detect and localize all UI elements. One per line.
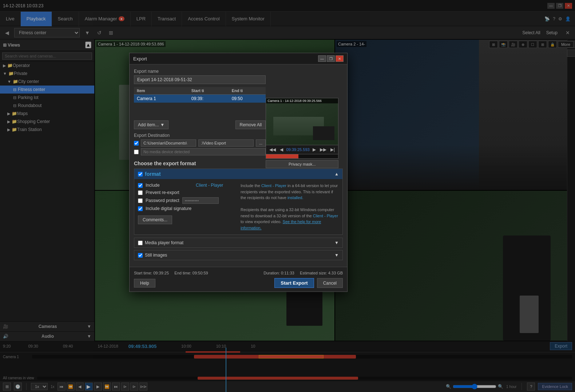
password-input[interactable] (182, 197, 219, 204)
prev-frame-btn[interactable]: ◀ (279, 147, 284, 153)
col-end: End ti (229, 87, 266, 95)
include-checkbox[interactable] (138, 183, 143, 188)
dialog-restore-button[interactable]: ❐ (327, 55, 335, 62)
dialog-minimize-button[interactable]: — (318, 55, 326, 62)
format-description: Include the Client - Player in a 64-bit … (241, 183, 339, 231)
dest-label: Export Destination (134, 133, 266, 138)
still-images-label: Still images (145, 253, 167, 258)
still-images-section: Still images ▼ (134, 250, 343, 260)
est-size-value: 4.33 GB (328, 271, 343, 275)
footer-info: Start time: 09:39:25 End time: 09:50:59 … (134, 271, 343, 275)
table-row[interactable]: Camera 1 09:39: 09:50 (134, 95, 266, 103)
format-body: Include Client - Player Prevent re-expor… (134, 179, 342, 234)
preview-area: Camera 1 - 14-12-2018 09:39:25.566 ◀◀ ◀ … (266, 98, 338, 179)
duration-value: 0:11:33 (281, 271, 294, 275)
still-images-checkbox[interactable] (138, 253, 143, 258)
table-row-empty (134, 103, 266, 118)
format-label: format (145, 171, 161, 177)
footer-buttons: Help Start Export Cancel (134, 278, 343, 288)
include-label: Include (146, 183, 193, 188)
media-player-expand-icon: ▼ (334, 240, 339, 245)
dest-browse-button[interactable]: ... (256, 139, 266, 147)
add-item-button[interactable]: Add item... ▼ (134, 120, 168, 129)
preview-timeline[interactable] (266, 154, 338, 159)
cell-start: 09:39: (189, 95, 229, 103)
dialog-title: Export (133, 56, 147, 62)
include-option: Include Client - Player (138, 183, 236, 188)
play-preview-btn[interactable]: ▶ (312, 147, 317, 153)
privacy-mask-button[interactable]: Privacy mask... (266, 160, 338, 168)
dest-media-input[interactable] (141, 148, 266, 155)
col-item: Item (134, 87, 189, 95)
prevent-reexport-label: Prevent re-export (146, 190, 179, 195)
preview-video-box: Camera 1 - 14-12-2018 09:39:25.566 (266, 98, 338, 145)
password-protect-label: Password protect (146, 198, 179, 203)
export-items-table: Item Start ti End ti Camera 1 09:39: 09:… (134, 87, 266, 118)
media-player-label: Media player format (145, 240, 183, 245)
col-start: Start ti (189, 87, 229, 95)
dest-row-2 (134, 148, 266, 155)
end-time-label: End time: (174, 271, 191, 275)
password-protect-option: Password protect (138, 197, 236, 204)
cancel-button[interactable]: Cancel (317, 278, 343, 288)
preview-cam-label: Camera 1 - 14-12-2018 09:39:25.566 (266, 98, 338, 103)
export-dialog: Export — ❐ ✕ Export name Item Start ti (129, 53, 348, 292)
preview-controls: ◀◀ ◀ 09:39:25.593 ▶ ▶▶ ▶| (266, 145, 338, 154)
prevent-reexport-checkbox[interactable] (138, 190, 143, 195)
prev-btn[interactable]: ◀◀ (268, 147, 277, 153)
media-player-header[interactable]: Media player format ▼ (134, 238, 342, 248)
still-images-expand-icon: ▼ (334, 253, 339, 258)
preview-time: 09:39:25.593 (286, 147, 309, 152)
dest-path-input[interactable] (141, 139, 196, 147)
cell-item: Camera 1 (134, 95, 189, 103)
format-section-title: Choose the export format (134, 161, 196, 166)
dest-row-1: ... (134, 139, 266, 147)
password-protect-checkbox[interactable] (138, 198, 143, 203)
cell-end: 09:50 (229, 95, 266, 103)
digital-sig-label: Include digital signature (146, 206, 191, 211)
format-checkbox[interactable] (138, 172, 143, 177)
end-time-value: 09:50:59 (193, 271, 208, 275)
dialog-overlay: Export — ❐ ✕ Export name Item Start ti (0, 0, 575, 392)
start-time-label: Start time: (134, 271, 152, 275)
next-btn[interactable]: ▶▶ (319, 147, 328, 153)
est-size-label: Estimated size: (300, 271, 327, 275)
duration-label: Duration: (263, 271, 280, 275)
dialog-footer: Start time: 09:39:25 End time: 09:50:59 … (130, 267, 347, 292)
still-images-header[interactable]: Still images ▼ (134, 250, 342, 260)
export-name-label: Export name (134, 69, 266, 74)
preview-progress-bar (266, 154, 298, 158)
dialog-body: Export name Item Start ti End ti (130, 64, 347, 267)
remove-all-button[interactable]: Remove All (235, 120, 266, 129)
dialog-titlebar: Export — ❐ ✕ (130, 53, 347, 64)
help-button[interactable]: Help (134, 279, 155, 288)
dest-checkbox-1[interactable] (134, 141, 139, 146)
export-name-input[interactable] (134, 75, 266, 84)
start-export-button[interactable]: Start Export (274, 278, 314, 288)
media-player-checkbox[interactable] (138, 241, 143, 245)
start-time-value: 09:39:25 (153, 271, 169, 275)
media-player-section: Media player format ▼ (134, 238, 343, 248)
dialog-close-button[interactable]: ✕ (336, 55, 344, 62)
digital-sig-option: Include digital signature (138, 206, 236, 211)
end-btn[interactable]: ▶| (329, 147, 336, 153)
comments-button[interactable]: Comments... (138, 215, 172, 224)
dest-path2-input[interactable] (198, 139, 254, 147)
table-toolbar: Add item... ▼ Remove All (134, 120, 266, 129)
dest-checkbox-2[interactable] (134, 150, 139, 154)
client-player-value: Client - Player (196, 183, 223, 188)
add-dropdown-icon: ▼ (160, 122, 164, 127)
prevent-reexport-option: Prevent re-export (138, 190, 236, 195)
digital-sig-checkbox[interactable] (138, 206, 143, 211)
